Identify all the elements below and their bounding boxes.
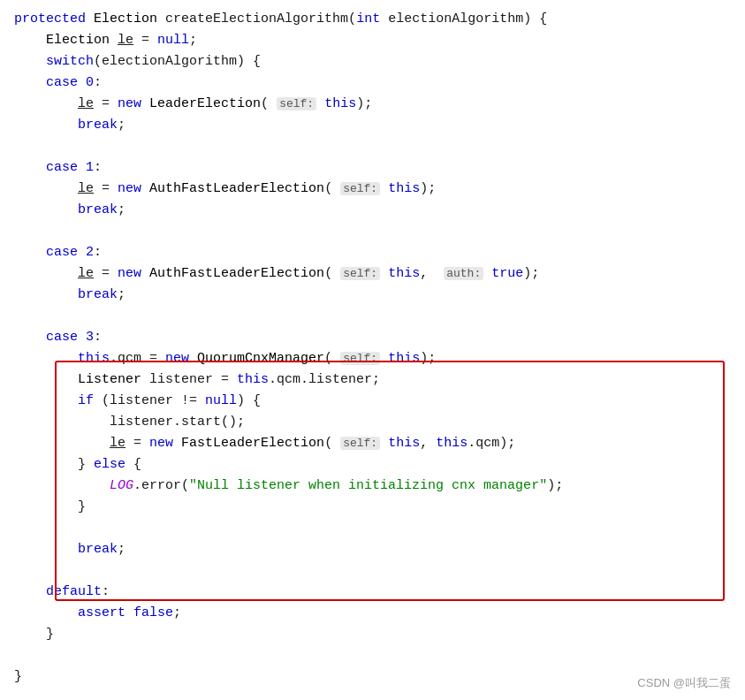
code-line-4: case 0: <box>14 72 731 94</box>
code-line-16: if (listener != null) { <box>14 391 731 412</box>
code-line-12: break; <box>14 285 731 306</box>
code-line-15: Listener listener = this.qcm.listener; <box>14 369 731 391</box>
watermark: CSDN @叫我二蛋 <box>637 674 731 693</box>
code-line-7: case 1: <box>14 157 731 179</box>
code-line-26: } <box>14 666 731 688</box>
code-line-blank5 <box>14 560 731 582</box>
code-line-5: le = new LeaderElection( self: this); <box>14 94 731 115</box>
code-line-8: le = new AuthFastLeaderElection( self: t… <box>14 179 731 200</box>
code-line-10: case 2: <box>14 242 731 263</box>
code-line-18: le = new FastLeaderElection( self: this,… <box>14 433 731 454</box>
code-line-9: break; <box>14 200 731 221</box>
code-line-11: le = new AuthFastLeaderElection( self: t… <box>14 263 731 285</box>
code-line-13: case 3: <box>14 327 731 348</box>
code-line-19: } else { <box>14 454 731 476</box>
code-line-6: break; <box>14 115 731 136</box>
code-line-blank2 <box>14 221 731 242</box>
code-line-blank4 <box>14 518 731 539</box>
code-line-3: switch(electionAlgorithm) { <box>14 51 731 72</box>
code-line-17: listener.start(); <box>14 412 731 433</box>
code-line-22: break; <box>14 539 731 560</box>
code-container: protected Election createElectionAlgorit… <box>0 0 745 700</box>
code-line-24: assert false; <box>14 603 731 624</box>
code-line-14: this.qcm = new QuorumCnxManager( self: t… <box>14 348 731 369</box>
code-line-21: } <box>14 497 731 518</box>
code-line-blank6 <box>14 645 731 666</box>
code-line-blank3 <box>14 306 731 327</box>
code-line-2: Election le = null; <box>14 30 731 51</box>
code-line-25: } <box>14 624 731 645</box>
code-line-blank1 <box>14 136 731 157</box>
code-line-20: LOG.error("Null listener when initializi… <box>14 476 731 497</box>
code-line-1: protected Election createElectionAlgorit… <box>14 9 731 30</box>
code-line-23: default: <box>14 582 731 603</box>
